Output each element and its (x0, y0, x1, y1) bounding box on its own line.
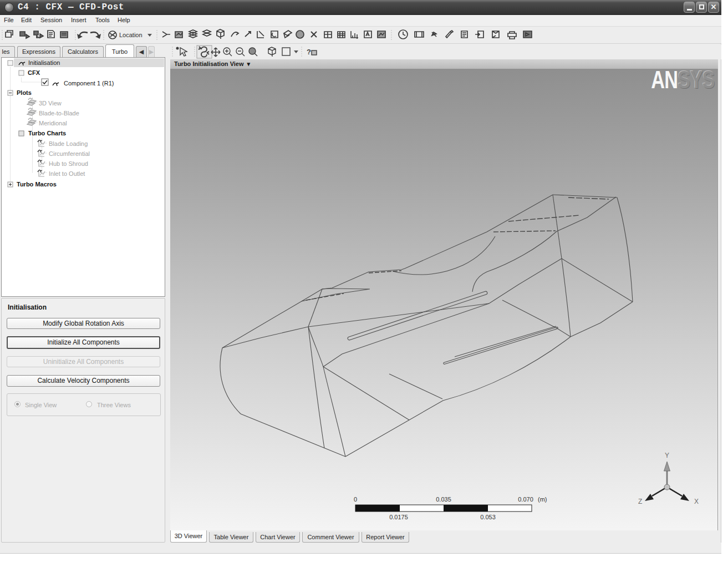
svg-text:X: X (694, 498, 699, 505)
svg-text:Y: Y (665, 452, 669, 459)
svg-text:Location: Location (119, 32, 142, 38)
svg-text:0.070: 0.070 (518, 496, 533, 503)
svg-text:0.0175: 0.0175 (389, 514, 408, 520)
svg-text:(m): (m) (538, 496, 547, 503)
svg-text:0.053: 0.053 (480, 514, 496, 520)
svg-text:Z: Z (638, 498, 642, 505)
svg-text:?: ? (307, 48, 311, 56)
svg-text:0: 0 (354, 496, 357, 503)
svg-text:0.035: 0.035 (436, 496, 451, 503)
